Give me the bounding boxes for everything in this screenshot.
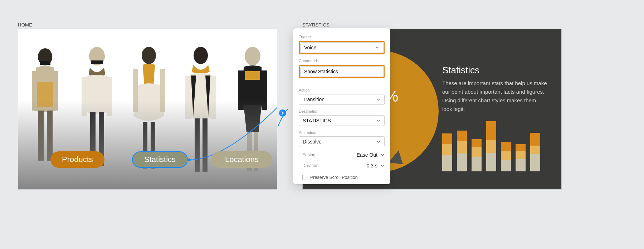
panel-divider [293,83,390,83]
command-input[interactable]: Show Statistics [300,66,383,77]
easing-label: Easing [299,152,357,157]
chevron-down-icon [376,140,381,144]
animation-label: Animation [299,130,385,135]
button-label: Statistics [144,155,176,164]
duration-label: Duration [299,163,367,168]
easing-value: Ease Out [357,152,377,158]
preserve-scroll-checkbox[interactable]: Preserve Scroll Position [299,175,385,180]
bar-column [457,131,467,171]
chevron-down-icon [376,118,381,123]
products-button[interactable]: Products [50,151,104,168]
trigger-label: Trigger [299,35,385,39]
chevron-down-icon [375,45,379,50]
action-select[interactable]: Transition [299,94,385,105]
chevron-down-icon [380,163,385,168]
bar-column [530,133,540,171]
statistics-title: Statistics [442,65,479,76]
button-label: Products [62,155,93,164]
easing-select[interactable]: Ease Out [357,152,385,158]
chevron-down-icon [376,97,381,102]
duration-select[interactable]: 0.3 s [367,163,385,169]
svg-rect-1 [40,61,50,65]
statistics-body: These are important stats that help us m… [442,79,547,113]
bar-column [516,144,526,171]
trigger-value: Voice [304,45,316,50]
svg-point-23 [245,47,260,65]
artboard-home-content: Products Statistics Locations [18,29,277,189]
chevron-down-icon [380,153,385,157]
animation-select[interactable]: Dissolve [299,136,385,147]
command-label: Command [299,59,385,63]
bar-column [501,142,511,171]
interaction-panel: Trigger Voice Command Show Statistics Ac… [293,28,390,184]
bar-column [442,133,452,171]
bar-column [472,139,482,171]
connector-endpoint-icon [279,109,286,117]
duration-value: 0.3 s [367,163,377,169]
svg-point-13 [142,47,156,64]
artboard-label-statistics: STATISTICS [302,22,330,28]
action-value: Transition [303,97,325,102]
button-label: Locations [225,155,259,164]
command-field-highlight: Show Statistics [299,65,385,78]
bar-chart [442,119,540,171]
animation-value: Dissolve [303,139,322,145]
trigger-field-highlight: Voice [299,41,385,54]
trigger-select[interactable]: Voice [300,42,383,53]
statistics-button[interactable]: Statistics [132,151,188,168]
locations-button[interactable]: Locations [211,151,272,168]
checkbox-icon [302,175,307,180]
preserve-scroll-label: Preserve Scroll Position [310,175,358,180]
bar-column [486,121,496,171]
command-value: Show Statistics [304,69,338,74]
artboard-home[interactable]: Products Statistics Locations [18,29,277,190]
svg-rect-8 [91,60,103,64]
artboard-label-home: HOME [18,22,32,28]
svg-point-18 [194,47,208,64]
action-label: Action [299,88,385,92]
destination-select[interactable]: STATISTICS [299,115,385,126]
destination-label: Destination [299,109,385,113]
gradient-overlay [18,100,277,189]
destination-value: STATISTICS [303,118,331,123]
svg-rect-24 [245,71,260,80]
